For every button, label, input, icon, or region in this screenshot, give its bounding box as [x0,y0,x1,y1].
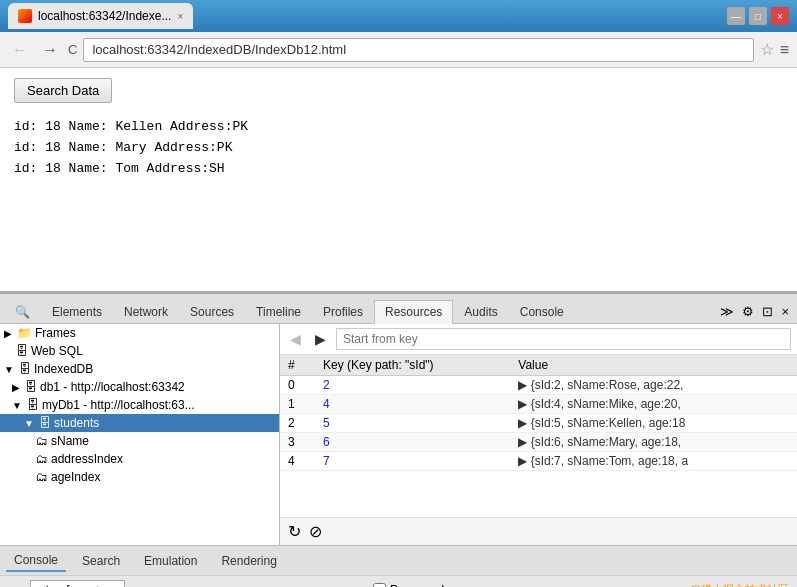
label-db1: db1 - http://localhost:63342 [40,380,185,394]
arrow-indexeddb: ▼ [4,364,14,375]
table-row[interactable]: 2 5 ▶ {sId:5, sName:Kellen, age:18 [280,414,797,433]
refresh-button[interactable]: C [68,42,77,57]
left-panel: ▶ 📁 Frames 🗄 Web SQL ▼ 🗄 IndexedDB ▶ 🗄 d… [0,324,280,545]
table-row[interactable]: 0 2 ▶ {sId:2, sName:Rose, age:22, [280,376,797,395]
bottom-tab-rendering[interactable]: Rendering [213,551,284,571]
bottom-tab-console[interactable]: Console [6,550,66,572]
cell-num: 3 [280,433,315,452]
tab-console[interactable]: Console [509,300,575,323]
expand-icon[interactable]: ≫ [720,304,734,319]
settings-icon[interactable]: ⚙ [742,304,754,319]
search-data-button[interactable]: Search Data [14,78,112,103]
dock-icon[interactable]: ⊡ [762,304,773,319]
arrow-frames: ▶ [4,328,12,339]
url-input[interactable] [83,38,753,62]
icon-addressindex: 🗂 [36,452,48,466]
tab-timeline[interactable]: Timeline [245,300,312,323]
filter-icon[interactable]: ▼ [8,582,22,588]
refresh-records-button[interactable]: ↻ [288,522,301,541]
frame-select[interactable]: <top frame> [30,580,125,588]
close-button[interactable]: × [771,7,789,25]
label-websql: Web SQL [31,344,83,358]
maximize-button[interactable]: □ [749,7,767,25]
col-header-num: # [280,355,315,376]
tab-profiles[interactable]: Profiles [312,300,374,323]
label-frames: Frames [35,326,76,340]
forward-button[interactable]: → [38,39,62,61]
tab-resources[interactable]: Resources [374,300,453,324]
cell-num: 4 [280,452,315,471]
icon-ageindex: 🗂 [36,470,48,484]
cell-key[interactable]: 5 [315,414,510,433]
right-toolbar: ◀ ▶ [280,324,797,355]
tree-item-sname[interactable]: 🗂 sName [0,432,279,450]
table-row[interactable]: 3 6 ▶ {sId:6, sName:Mary, age:18, [280,433,797,452]
icon-websql: 🗄 [16,344,28,358]
browser-tab[interactable]: localhost:63342/Indexe... × [8,3,193,29]
cell-num: 0 [280,376,315,395]
tab-favicon [18,9,32,23]
table-row[interactable]: 1 4 ▶ {sId:4, sName:Mike, age:20, [280,395,797,414]
minimize-button[interactable]: — [727,7,745,25]
tree-item-mydb1[interactable]: ▼ 🗄 myDb1 - http://localhost:63... [0,396,279,414]
tab-search-icon[interactable]: 🔍 [4,300,41,323]
output-line-2: id: 18 Name: Mary Address:PK [14,138,783,159]
tree-item-frames[interactable]: ▶ 📁 Frames [0,324,279,342]
prev-button[interactable]: ◀ [286,329,305,349]
cell-key[interactable]: 7 [315,452,510,471]
icon-students: 🗄 [39,416,51,430]
tree-item-students[interactable]: ▼ 🗄 students [0,414,279,432]
tab-audits[interactable]: Audits [453,300,508,323]
preserve-log-label: Preserve log [390,583,457,588]
window-controls: — □ × [727,7,789,25]
icon-indexeddb: 🗄 [19,362,31,376]
records-table: # Key (Key path: "sId") Value 0 2 ▶ {sId… [280,355,797,471]
col-header-value: Value [510,355,797,376]
next-button[interactable]: ▶ [311,329,330,349]
close-devtools-icon[interactable]: × [781,304,789,319]
preserve-log-checkbox[interactable] [373,583,386,587]
tab-elements[interactable]: Elements [41,300,113,323]
tree-item-indexeddb[interactable]: ▼ 🗄 IndexedDB [0,360,279,378]
devtools-panel: 🔍 Elements Network Sources Timeline Prof… [0,293,797,575]
tab-sources[interactable]: Sources [179,300,245,323]
tree-item-db1[interactable]: ▶ 🗄 db1 - http://localhost:63342 [0,378,279,396]
back-button[interactable]: ← [8,39,32,61]
cell-key[interactable]: 2 [315,376,510,395]
output-line-1: id: 18 Name: Kellen Address:PK [14,117,783,138]
label-indexeddb: IndexedDB [34,362,93,376]
cell-key[interactable]: 6 [315,433,510,452]
output-line-3: id: 18 Name: Tom Address:SH [14,159,783,180]
arrow-mydb1: ▼ [12,400,22,411]
key-input[interactable] [336,328,791,350]
status-bar: ▼ <top frame> ▼ Preserve log @稀土掘金技术社区 [0,575,797,587]
label-mydb1: myDb1 - http://localhost:63... [42,398,195,412]
cell-value: ▶ {sId:2, sName:Rose, age:22, [510,376,797,395]
bottom-tab-search[interactable]: Search [74,551,128,571]
tab-close-button[interactable]: × [177,11,183,22]
icon-db1: 🗄 [25,380,37,394]
menu-icon[interactable]: ≡ [780,41,789,59]
right-panel: ◀ ▶ # Key (Key path: "sId") Value 0 [280,324,797,545]
devtools-tab-bar: 🔍 Elements Network Sources Timeline Prof… [0,294,797,324]
icon-mydb1: 🗄 [27,398,39,412]
bookmark-icon[interactable]: ☆ [760,40,774,59]
arrow-db1: ▶ [12,382,20,393]
bottom-tab-emulation[interactable]: Emulation [136,551,205,571]
tree-item-websql[interactable]: 🗄 Web SQL [0,342,279,360]
folder-icon-frames: 📁 [17,326,32,340]
devtools-bottom-bar: Console Search Emulation Rendering [0,545,797,575]
tree-item-ageindex[interactable]: 🗂 ageIndex [0,468,279,486]
arrow-students: ▼ [24,418,34,429]
cell-key[interactable]: 4 [315,395,510,414]
title-bar: localhost:63342/Indexe... × — □ × [0,0,797,32]
tree-item-addressindex[interactable]: 🗂 addressIndex [0,450,279,468]
icon-sname: 🗂 [36,434,48,448]
clear-records-button[interactable]: ⊘ [309,522,322,541]
table-row[interactable]: 4 7 ▶ {sId:7, sName:Tom, age:18, a [280,452,797,471]
devtools-icons: ≫ ⚙ ⊡ × [720,304,793,323]
cell-value: ▶ {sId:5, sName:Kellen, age:18 [510,414,797,433]
tab-network[interactable]: Network [113,300,179,323]
label-students: students [54,416,99,430]
label-sname: sName [51,434,89,448]
